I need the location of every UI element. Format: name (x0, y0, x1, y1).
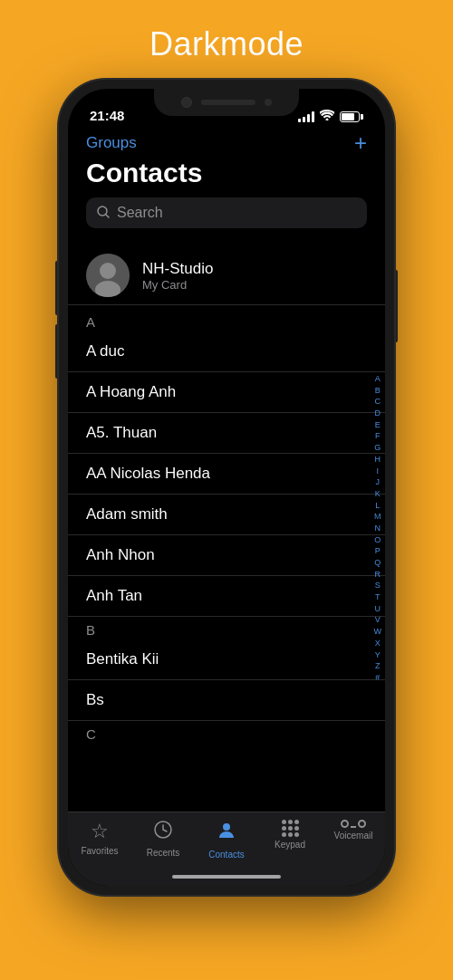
status-time: 21:48 (90, 108, 124, 123)
alphabet-index[interactable]: A B C D E F G H I J K L M N O (374, 374, 382, 684)
index-letter-s[interactable]: S (374, 581, 382, 592)
index-letter-k[interactable]: K (374, 489, 382, 500)
my-card-name: NH-Studio (142, 260, 213, 278)
index-letter-j[interactable]: J (374, 477, 382, 488)
index-letter-p[interactable]: P (374, 547, 382, 558)
index-letter-o[interactable]: O (374, 535, 382, 546)
wifi-icon (320, 110, 334, 123)
front-camera (181, 97, 192, 108)
index-letter-t[interactable]: T (374, 592, 382, 603)
contact-item[interactable]: A Hoang Anh (68, 372, 385, 413)
contact-item[interactable]: Anh Tan (68, 576, 385, 617)
battery-icon (340, 111, 363, 122)
tab-favorites[interactable]: ☆ Favorites (68, 820, 131, 856)
index-letter-c[interactable]: C (374, 398, 382, 408)
index-letter-n[interactable]: N (374, 524, 382, 534)
speaker (201, 100, 255, 105)
my-card-subtitle: My Card (142, 278, 213, 292)
index-letter-e[interactable]: E (374, 420, 382, 431)
index-letter-h[interactable]: H (374, 455, 382, 466)
signal-icon (298, 111, 314, 122)
avatar (86, 254, 130, 297)
contact-name: A5. Thuan (86, 424, 157, 442)
contact-name: AA Nicolas Henda (86, 465, 210, 483)
tab-contacts[interactable]: Contacts (195, 820, 258, 860)
index-letter-q[interactable]: Q (374, 558, 382, 569)
index-letter-r[interactable]: R (374, 570, 382, 581)
header-nav: Groups + (86, 132, 367, 154)
index-letter-g[interactable]: G (374, 443, 382, 454)
groups-button[interactable]: Groups (86, 134, 137, 152)
keypad-icon (282, 820, 299, 837)
contact-name: A Hoang Anh (86, 383, 176, 401)
contact-item[interactable]: Adam smith (68, 495, 385, 535)
section-header-c: C (68, 721, 385, 744)
svg-point-3 (100, 263, 116, 279)
index-letter-z[interactable]: Z (374, 661, 382, 672)
contact-name: Adam smith (86, 505, 168, 524)
phone-device: 21:48 (59, 80, 394, 895)
contact-name: A duc (86, 342, 125, 360)
index-letter-l[interactable]: L (374, 501, 382, 512)
index-letter-f[interactable]: F (374, 432, 382, 443)
contacts-list[interactable]: NH-Studio My Card A A duc A Hoang Anh A5… (68, 246, 385, 812)
search-placeholder: Search (117, 205, 163, 221)
contact-item[interactable]: AA Nicolas Henda (68, 454, 385, 495)
favorites-icon: ☆ (91, 820, 109, 843)
index-letter-hash[interactable]: # (374, 673, 382, 684)
search-bar[interactable]: Search (86, 197, 367, 228)
power-button (394, 270, 398, 342)
page-title: Darkmode (149, 25, 304, 63)
recents-icon (153, 820, 173, 845)
phone-screen: 21:48 (68, 89, 385, 886)
index-letter-i[interactable]: I (374, 466, 382, 477)
index-letter-m[interactable]: M (374, 512, 382, 523)
tab-contacts-label: Contacts (208, 850, 244, 860)
contacts-content: Groups + Contacts Search (68, 129, 385, 812)
tab-keypad-label: Keypad (275, 840, 305, 850)
tab-voicemail[interactable]: Voicemail (322, 820, 385, 841)
contacts-header: Groups + Contacts Search (68, 129, 385, 246)
index-letter-w[interactable]: W (374, 627, 382, 638)
svg-line-1 (106, 215, 109, 217)
contact-item[interactable]: A duc (68, 331, 385, 372)
contact-name: Anh Tan (86, 587, 142, 605)
section-header-b: B (68, 617, 385, 639)
index-letter-b[interactable]: B (374, 386, 382, 397)
index-letter-a[interactable]: A (374, 374, 382, 385)
contact-name: Bs (86, 691, 104, 709)
section-header-a: A (68, 309, 385, 331)
tab-voicemail-label: Voicemail (334, 831, 373, 841)
tab-favorites-label: Favorites (81, 846, 118, 856)
voicemail-icon (341, 820, 366, 828)
phone-shell: 21:48 (59, 80, 394, 895)
tab-recents[interactable]: Recents (131, 820, 195, 858)
index-letter-d[interactable]: D (374, 408, 382, 419)
tab-keypad[interactable]: Keypad (258, 820, 322, 850)
notch (154, 89, 299, 116)
contact-name: Bentika Kii (86, 650, 159, 668)
contact-item[interactable]: Bs (68, 680, 385, 721)
home-indicator (172, 875, 281, 879)
index-letter-u[interactable]: U (374, 604, 382, 615)
contact-item[interactable]: Bentika Kii (68, 639, 385, 680)
sensor (265, 99, 272, 106)
add-contact-button[interactable]: + (354, 132, 367, 154)
index-letter-y[interactable]: Y (374, 650, 382, 661)
index-letter-x[interactable]: X (374, 639, 382, 649)
contact-item[interactable]: A5. Thuan (68, 413, 385, 454)
status-icons (298, 110, 363, 123)
search-icon (97, 206, 110, 221)
my-card-info: NH-Studio My Card (142, 260, 213, 292)
contacts-tab-icon (216, 820, 237, 847)
svg-point-6 (223, 823, 230, 831)
contact-item[interactable]: Anh Nhon (68, 535, 385, 576)
contact-name: Anh Nhon (86, 546, 155, 564)
contacts-title: Contacts (86, 158, 367, 188)
index-letter-v[interactable]: V (374, 616, 382, 627)
my-card-item[interactable]: NH-Studio My Card (68, 246, 385, 305)
tab-recents-label: Recents (147, 848, 180, 858)
